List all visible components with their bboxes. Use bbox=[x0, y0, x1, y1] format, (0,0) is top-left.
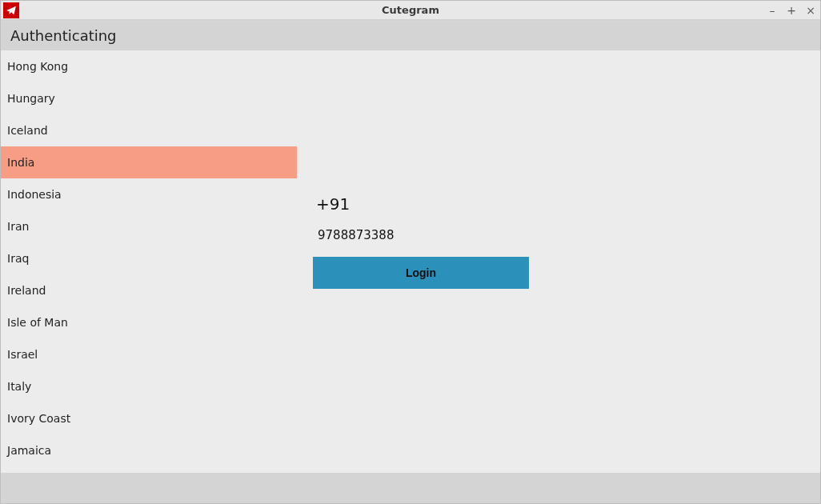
country-item-label: Ireland bbox=[7, 284, 46, 297]
page-title: Authenticating bbox=[10, 27, 117, 44]
close-button[interactable]: × bbox=[804, 4, 817, 17]
country-item[interactable]: Iraq bbox=[1, 242, 297, 274]
footer-bar bbox=[1, 473, 820, 503]
country-item-label: Italy bbox=[7, 380, 31, 393]
country-item[interactable]: Italy bbox=[1, 370, 297, 402]
country-item-label: Jamaica bbox=[7, 444, 51, 457]
country-item[interactable]: Iceland bbox=[1, 114, 297, 146]
country-item[interactable]: Israel bbox=[1, 338, 297, 370]
country-item-label: Iran bbox=[7, 220, 29, 233]
phone-input[interactable] bbox=[313, 226, 529, 247]
dial-code-label: +91 bbox=[313, 194, 553, 214]
window-title: Cutegram bbox=[1, 4, 820, 16]
country-item-label: Hong Kong bbox=[7, 60, 68, 73]
content-area: Hong KongHungaryIcelandIndiaIndonesiaIra… bbox=[1, 50, 820, 473]
country-item[interactable]: Ivory Coast bbox=[1, 402, 297, 434]
country-item[interactable]: Hong Kong bbox=[1, 50, 297, 82]
country-item-label: India bbox=[7, 156, 34, 169]
country-item[interactable]: Isle of Man bbox=[1, 306, 297, 338]
country-item[interactable]: India bbox=[1, 146, 297, 178]
maximize-button[interactable]: + bbox=[785, 4, 798, 17]
country-item-label: Indonesia bbox=[7, 188, 62, 201]
main-panel: +91 Login bbox=[297, 50, 820, 473]
minimize-button[interactable]: – bbox=[766, 4, 779, 17]
country-list[interactable]: Hong KongHungaryIcelandIndiaIndonesiaIra… bbox=[1, 50, 297, 473]
login-form: +91 Login bbox=[313, 194, 553, 289]
country-item[interactable]: Iran bbox=[1, 210, 297, 242]
country-item-label: Isle of Man bbox=[7, 316, 68, 329]
country-item[interactable]: Ireland bbox=[1, 274, 297, 306]
country-item[interactable]: Hungary bbox=[1, 82, 297, 114]
country-item-label: Hungary bbox=[7, 92, 55, 105]
country-item[interactable]: Jamaica bbox=[1, 434, 297, 466]
app-icon bbox=[3, 2, 19, 18]
app-window: Cutegram – + × Authenticating Hong KongH… bbox=[0, 0, 821, 504]
country-item[interactable]: Indonesia bbox=[1, 178, 297, 210]
page-header: Authenticating bbox=[1, 20, 820, 50]
country-item-label: Ivory Coast bbox=[7, 412, 70, 425]
window-controls: – + × bbox=[766, 1, 817, 20]
login-button[interactable]: Login bbox=[313, 257, 529, 289]
country-item-label: Israel bbox=[7, 348, 38, 361]
country-item-label: Iceland bbox=[7, 124, 48, 137]
country-item-label: Iraq bbox=[7, 252, 29, 265]
title-bar: Cutegram – + × bbox=[1, 1, 820, 20]
